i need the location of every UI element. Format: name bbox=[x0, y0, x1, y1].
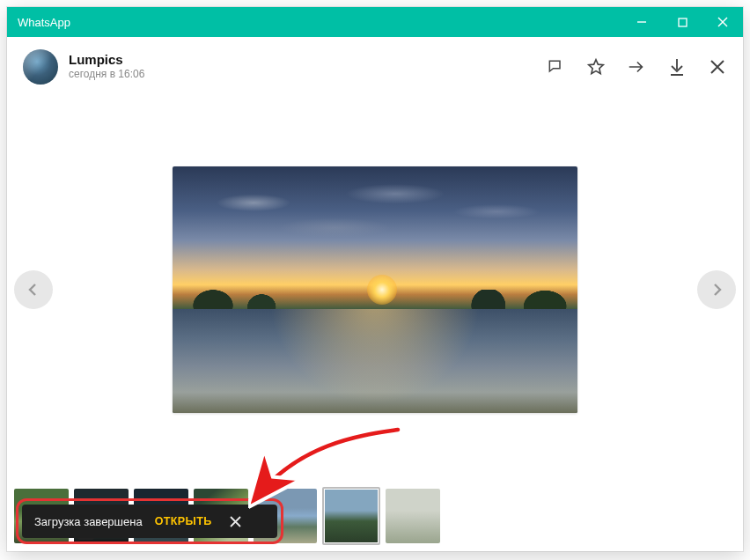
thumbnail[interactable] bbox=[386, 489, 440, 543]
forward-icon[interactable] bbox=[627, 57, 646, 77]
star-icon[interactable] bbox=[586, 57, 606, 77]
download-toast-highlight: Загрузка завершена ОТКРЫТЬ bbox=[16, 498, 283, 544]
window-maximize-button[interactable] bbox=[662, 7, 702, 37]
sender-name: Lumpics bbox=[69, 52, 144, 69]
titlebar: WhatsApp bbox=[7, 7, 743, 37]
close-icon[interactable] bbox=[708, 57, 727, 77]
toast-close-button[interactable] bbox=[224, 510, 247, 533]
reply-icon[interactable] bbox=[546, 57, 565, 77]
window-close-button[interactable] bbox=[702, 7, 743, 37]
toast-status-text: Загрузка завершена bbox=[34, 515, 143, 528]
sender-avatar bbox=[23, 49, 58, 85]
next-button[interactable] bbox=[697, 270, 736, 309]
download-icon[interactable] bbox=[667, 57, 687, 77]
main-image[interactable] bbox=[173, 166, 577, 413]
toast-open-button[interactable]: ОТКРЫТЬ bbox=[155, 515, 212, 527]
app-window: WhatsApp Lumpics Lumpics Lumpics Группа … bbox=[7, 7, 743, 551]
thumbnail-selected[interactable] bbox=[322, 487, 380, 545]
header-actions bbox=[546, 57, 727, 77]
window-minimize-button[interactable] bbox=[621, 7, 662, 37]
window-title: WhatsApp bbox=[18, 16, 70, 29]
svg-rect-1 bbox=[679, 18, 687, 26]
previous-button[interactable] bbox=[14, 270, 53, 309]
media-header: Lumpics сегодня в 16:06 bbox=[7, 37, 743, 93]
sent-time: сегодня в 16:06 bbox=[69, 68, 144, 81]
media-viewer bbox=[7, 93, 743, 486]
download-toast: Загрузка завершена ОТКРЫТЬ bbox=[22, 505, 277, 538]
header-text: Lumpics сегодня в 16:06 bbox=[69, 52, 144, 82]
